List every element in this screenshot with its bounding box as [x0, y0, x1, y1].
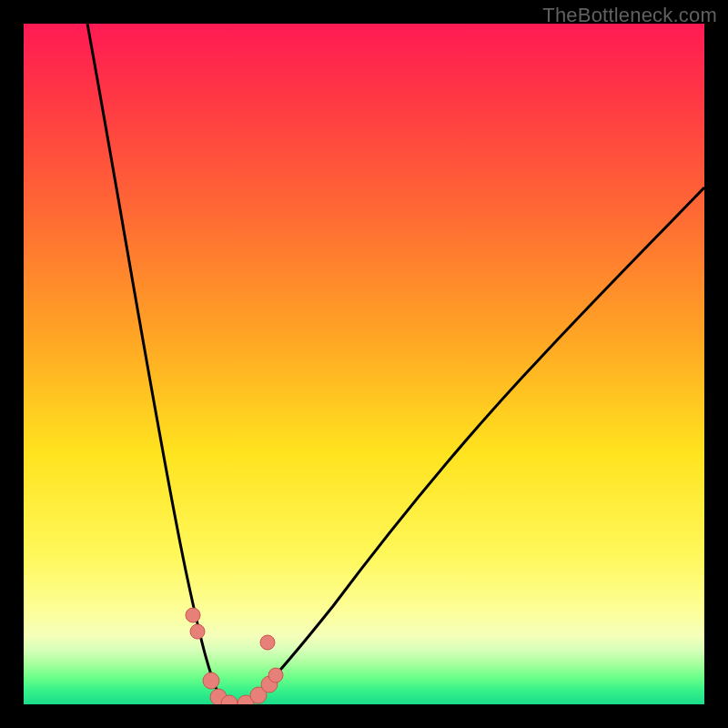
marker-group	[186, 608, 283, 704]
marker-point	[268, 668, 283, 682]
plot-area	[24, 24, 704, 704]
curve-layer	[24, 24, 704, 704]
marker-point	[203, 672, 219, 689]
watermark-text: TheBottleneck.com	[542, 4, 717, 27]
chart-frame: TheBottleneck.com	[0, 0, 728, 728]
curve-left-branch	[87, 24, 222, 702]
marker-point	[186, 608, 200, 622]
marker-point	[190, 624, 205, 639]
curve-right-branch	[251, 187, 704, 702]
marker-point	[260, 635, 275, 650]
